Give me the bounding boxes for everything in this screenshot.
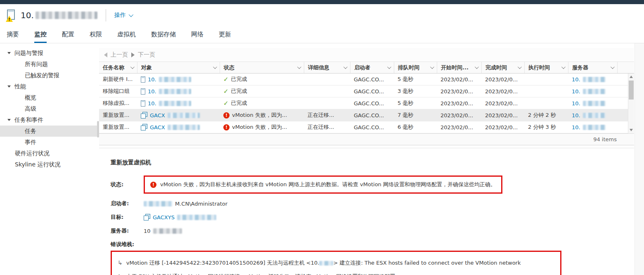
- task-row[interactable]: 移除虚拟...10.✓已完成GAGC.CO...5 毫秒2023/02/0...…: [99, 97, 634, 109]
- chevron-down-icon[interactable]: [213, 65, 217, 69]
- column-header-1[interactable]: 对象: [137, 62, 220, 73]
- column-header-5[interactable]: 排队时间: [394, 62, 437, 73]
- tab-permissions[interactable]: 权限: [90, 31, 102, 43]
- task-row[interactable]: 刷新硬件 I...10.✓已完成GAGC.CO...5 毫秒2023/02/0.…: [99, 73, 634, 85]
- scroll-up-icon[interactable]: [630, 76, 633, 78]
- sidebar-item-events[interactable]: 事件: [0, 137, 99, 148]
- chevron-down-icon[interactable]: [387, 65, 391, 69]
- sidebar-item-issues-alarms[interactable]: 问题与警报: [0, 47, 99, 59]
- task-start-cell: 2023/02/0...: [437, 76, 481, 83]
- object-link[interactable]: GACX: [150, 112, 165, 119]
- column-header-4[interactable]: 启动者: [350, 62, 394, 73]
- object-link[interactable]: 10.: [148, 100, 156, 107]
- server-link[interactable]: 10.: [572, 112, 580, 119]
- status-text: 已完成: [231, 88, 247, 95]
- table-scrollbar[interactable]: [628, 73, 634, 133]
- target-vm-link[interactable]: GACXYS: [153, 214, 175, 220]
- sidebar-item-skyline-health[interactable]: Skyline 运行状况: [0, 159, 99, 170]
- column-header-2[interactable]: 状态: [220, 62, 304, 73]
- server-link[interactable]: 10.: [572, 88, 580, 95]
- tab-vms[interactable]: 虚拟机: [117, 31, 136, 43]
- column-header-label: 完成时间: [485, 64, 507, 71]
- sidebar-item-hardware-health[interactable]: 硬件运行状况: [0, 148, 99, 159]
- items-count: 94 items: [593, 136, 617, 142]
- task-server-cell: 10.: [568, 88, 610, 95]
- prev-page-button[interactable]: 上一页: [104, 51, 128, 59]
- redacted-object-name: [168, 113, 200, 118]
- tasks-table-footer: 94 items: [99, 133, 634, 145]
- tab-networks[interactable]: 网络: [191, 31, 204, 43]
- tab-updates[interactable]: 更新: [219, 31, 231, 43]
- task-exec-cell: 2 分钟 3 秒: [524, 123, 568, 131]
- task-row[interactable]: 重新放置...GACX!vMotion 失败，因为...正在迁移...GAGC.…: [99, 109, 634, 121]
- tasks-content: 上一页 下一页 任务名称对象状态详细信息启动者排队时间开始时间...完成时间执行…: [99, 43, 644, 275]
- sidebar-item-overview[interactable]: 概览: [0, 92, 99, 103]
- sidebar-item-performance[interactable]: 性能: [0, 81, 99, 92]
- column-header-7[interactable]: 完成时间: [481, 62, 524, 73]
- server-link[interactable]: 10.: [572, 124, 580, 130]
- chevron-down-icon[interactable]: [430, 65, 434, 69]
- task-name-cell: 重新放置...: [99, 111, 137, 119]
- tab-summary[interactable]: 摘要: [7, 31, 19, 43]
- task-complete-cell: 2023/02/0...: [481, 100, 524, 107]
- error-stack-annotation-box: ↳vMotion 迁移 [-1442945422:342307014051500…: [111, 251, 561, 275]
- sidebar-item-all-issues[interactable]: 所有问题: [0, 59, 99, 70]
- column-header-0[interactable]: 任务名称: [99, 62, 137, 73]
- column-header-label: 任务名称: [103, 64, 124, 71]
- triangle-right-icon: [131, 52, 135, 57]
- scroll-down-icon[interactable]: [630, 129, 633, 131]
- tab-configure[interactable]: 配置: [62, 31, 74, 43]
- column-header-label: 服务器: [572, 64, 588, 71]
- column-header-6[interactable]: 开始时间...: [437, 62, 481, 73]
- detail-target-row: 目标: GACXYS: [111, 213, 622, 221]
- error-stack-label: 错误堆栈:: [111, 241, 144, 248]
- task-queued-cell: 6 毫秒: [394, 123, 437, 131]
- task-start-cell: 2023/02/0...: [437, 100, 481, 107]
- chevron-down-icon[interactable]: [130, 65, 135, 69]
- vm-icon: [141, 124, 147, 130]
- chevron-down-icon[interactable]: [297, 65, 301, 69]
- tasks-table-body: 刷新硬件 I...10.✓已完成GAGC.CO...5 毫秒2023/02/0.…: [99, 73, 634, 133]
- tree-expand-icon: [7, 52, 11, 54]
- sidebar-item-label: 任务和事件: [14, 116, 43, 124]
- redacted-domain: [144, 201, 173, 206]
- sidebar-item-tasks-events[interactable]: 任务和事件: [0, 114, 99, 126]
- vm-icon: [141, 112, 147, 119]
- object-link[interactable]: GACX: [150, 124, 165, 130]
- tab-monitor[interactable]: 监控: [34, 31, 47, 43]
- column-header-3[interactable]: 详细信息: [304, 62, 350, 73]
- object-link[interactable]: 10.: [148, 88, 156, 95]
- next-page-button[interactable]: 下一页: [131, 51, 155, 59]
- chevron-down-icon[interactable]: [343, 65, 348, 69]
- object-link[interactable]: 10.: [148, 76, 156, 83]
- task-row[interactable]: 重新放置...GACX!vMotion 失败，因为...正在迁移...GAGC.…: [99, 121, 634, 133]
- server-link[interactable]: 10.: [572, 100, 580, 107]
- scrollbar-thumb[interactable]: [629, 81, 634, 100]
- column-header-9[interactable]: 服务器: [568, 62, 617, 73]
- sidebar-item-tasks[interactable]: 任务: [0, 126, 99, 137]
- redacted-server-ip: [583, 125, 606, 130]
- sidebar-item-label: 问题与警报: [14, 50, 43, 57]
- chevron-down-icon[interactable]: [475, 65, 479, 69]
- task-queued-cell: 3 毫秒: [394, 88, 437, 95]
- chevron-down-icon[interactable]: [518, 65, 522, 69]
- task-row[interactable]: 移除端口组10.✓已完成GAGC.CO...3 毫秒2023/02/0...20…: [99, 85, 634, 97]
- column-header-8[interactable]: 执行时间: [524, 62, 568, 73]
- column-header-stub: [617, 62, 625, 73]
- task-status-cell: ✓已完成: [220, 88, 304, 95]
- chevron-down-icon[interactable]: [561, 65, 566, 69]
- server-link[interactable]: 10.: [572, 76, 580, 83]
- error-icon: !: [223, 124, 230, 130]
- check-icon: ✓: [223, 76, 229, 83]
- tab-datastores[interactable]: 数据存储: [151, 31, 176, 43]
- redacted-server-ip: [153, 228, 182, 234]
- column-header-label: 开始时间...: [441, 64, 469, 71]
- task-server-cell: 10.: [568, 76, 610, 83]
- sidebar-item-triggered-alarms[interactable]: 已触发的警报: [0, 70, 99, 81]
- tasks-pagination: 上一页 下一页: [99, 48, 634, 62]
- error-stack-text: vMotion 迁移 [-1442945422:3423070140515002…: [126, 259, 521, 267]
- chevron-down-icon[interactable]: [611, 65, 615, 69]
- actions-menu-button[interactable]: 操作: [114, 12, 132, 19]
- sidebar-item-advanced[interactable]: 高级: [0, 103, 99, 114]
- task-name-cell: 刷新硬件 I...: [99, 76, 137, 83]
